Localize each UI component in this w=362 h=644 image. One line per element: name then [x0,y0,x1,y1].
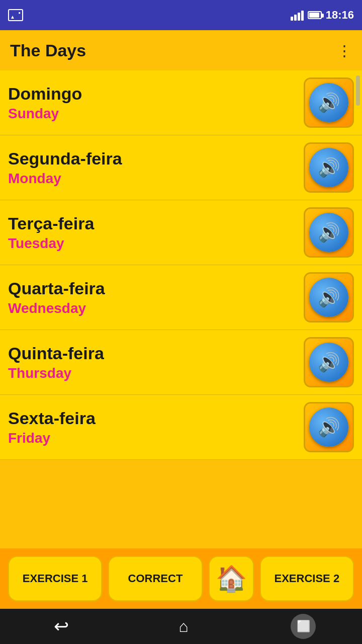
sound-circle: 🔊 [309,278,348,317]
battery-icon [308,11,322,19]
day-portuguese: Terça-feira [8,214,94,233]
bottom-buttons: EXERCISE 1 CORRECT 🏠 EXERCISE 2 [0,548,362,609]
status-bar: 18:16 [0,0,362,30]
app-header: The Days ⋮ [0,30,362,70]
android-home-icon: ⌂ [178,617,188,636]
sound-button-quinta[interactable]: 🔊 [304,337,354,387]
day-english: Monday [8,171,122,187]
page-title: The Days [10,41,86,60]
list-item: Sexta-feira Friday 🔊 [0,395,362,460]
correct-button[interactable]: CORRECT [108,556,202,601]
correct-label: CORRECT [128,572,183,585]
exercise1-button[interactable]: EXERCISE 1 [8,556,102,601]
sound-icon: 🔊 [318,288,340,306]
android-home-button[interactable]: ⌂ [168,611,199,641]
sound-circle: 🔊 [309,213,348,252]
sound-circle: 🔊 [309,408,348,447]
days-list: Domingo Sunday 🔊 Segunda-feira Monday 🔊 [0,70,362,460]
day-text: Segunda-feira Monday [8,149,122,187]
sound-icon: 🔊 [318,223,340,242]
image-icon [8,9,23,21]
day-text: Quinta-feira Thursday [8,344,104,381]
home-icon: 🏠 [216,564,247,593]
day-portuguese: Sexta-feira [8,409,96,428]
home-button[interactable]: 🏠 [209,556,254,601]
status-left [8,9,23,21]
list-item: Quinta-feira Thursday 🔊 [0,330,362,395]
sound-circle: 🔊 [309,83,348,122]
exercise2-label: EXERCISE 2 [275,572,340,585]
back-icon: ↩ [54,616,69,637]
day-portuguese: Segunda-feira [8,149,122,169]
sound-button-sexta[interactable]: 🔊 [304,402,354,452]
sound-circle: 🔊 [309,343,348,382]
scroll-indicator [356,75,360,106]
sound-icon: 🔊 [318,418,340,436]
list-item: Domingo Sunday 🔊 [0,70,362,135]
signal-icon [291,10,304,21]
day-text: Sexta-feira Friday [8,409,96,446]
sound-icon: 🔊 [318,353,340,371]
day-english: Wednesday [8,300,105,316]
back-button[interactable]: ↩ [46,611,76,641]
list-item: Segunda-feira Monday 🔊 [0,135,362,200]
day-text: Domingo Sunday [8,84,82,122]
sound-icon: 🔊 [318,94,340,112]
day-english: Tuesday [8,235,94,252]
day-portuguese: Quinta-feira [8,344,104,363]
day-english: Sunday [8,106,82,122]
sound-circle: 🔊 [309,148,348,187]
exercise2-button[interactable]: EXERCISE 2 [260,556,354,601]
sound-button-segunda[interactable]: 🔊 [304,142,354,193]
recents-icon: ⬜ [297,620,310,633]
sound-button-quarta[interactable]: 🔊 [304,272,354,323]
sound-button-terca[interactable]: 🔊 [304,207,354,258]
day-text: Terça-feira Tuesday [8,214,94,252]
menu-icon[interactable]: ⋮ [337,42,352,59]
status-right: 18:16 [291,9,354,22]
day-text: Quarta-feira Wednesday [8,279,105,316]
day-english: Friday [8,430,96,446]
sound-icon: 🔊 [318,158,340,177]
day-portuguese: Quarta-feira [8,279,105,298]
sound-button-domingo[interactable]: 🔊 [304,77,354,128]
day-english: Thursday [8,365,104,381]
clock: 18:16 [326,9,354,22]
list-item: Terça-feira Tuesday 🔊 [0,200,362,265]
list-item: Quarta-feira Wednesday 🔊 [0,265,362,330]
exercise1-label: EXERCISE 1 [23,572,88,585]
nav-bar: ↩ ⌂ ⬜ [0,609,362,644]
recents-button[interactable]: ⬜ [291,614,316,639]
main-content: Domingo Sunday 🔊 Segunda-feira Monday 🔊 [0,70,362,548]
day-portuguese: Domingo [8,84,82,104]
